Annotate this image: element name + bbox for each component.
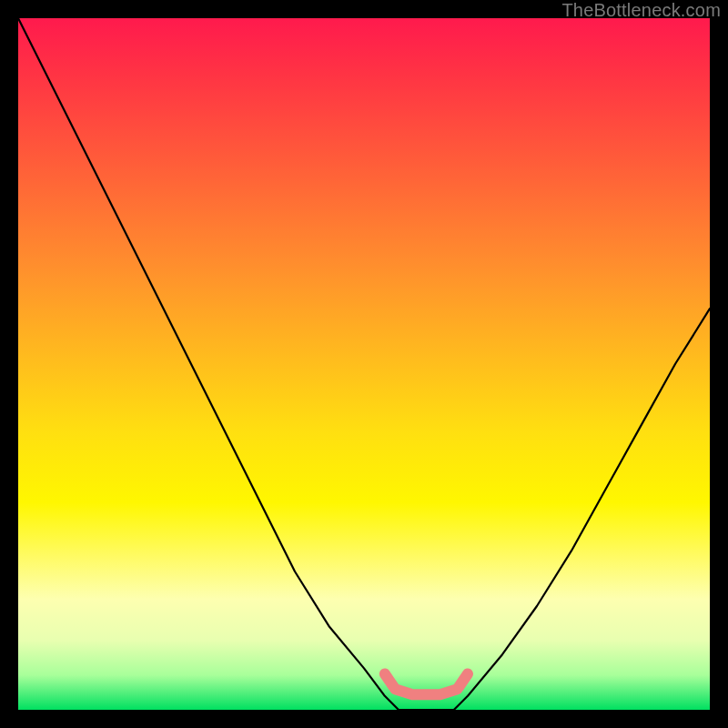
chart-container: TheBottleneck.com bbox=[0, 0, 728, 728]
curve-svg bbox=[18, 18, 710, 710]
flat-bottom-highlight bbox=[385, 674, 468, 695]
bottleneck-curve bbox=[18, 18, 710, 710]
plot-area bbox=[18, 18, 710, 710]
